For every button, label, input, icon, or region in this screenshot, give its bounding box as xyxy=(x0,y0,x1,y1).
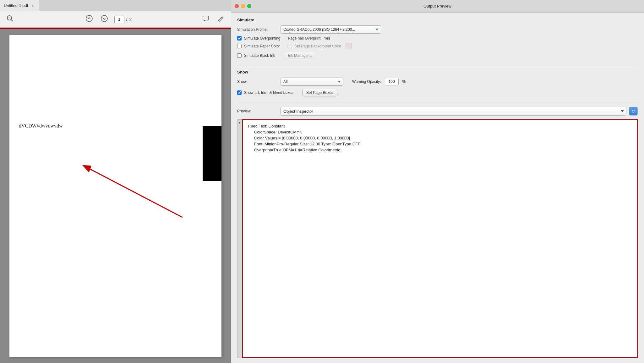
page-number-input[interactable] xyxy=(114,16,124,23)
annotation-arrow xyxy=(9,35,221,357)
simulate-overprinting-row: Simulate Overprinting Page has Overprint… xyxy=(237,36,638,41)
pen-button[interactable] xyxy=(216,14,226,24)
pdf-page: dVCDWvdwvdwvdw xyxy=(9,35,221,357)
comment-icon xyxy=(202,15,210,24)
simulate-black-ink-checkbox[interactable] xyxy=(237,53,242,58)
preview-row: Preview: Object Inspector xyxy=(237,107,638,116)
pdf-viewer: Untitled-1.pdf × xyxy=(0,0,231,363)
tab-close-button[interactable]: × xyxy=(30,3,35,8)
zoom-icon xyxy=(7,15,14,24)
ink-manager-button: Ink Manager... xyxy=(284,52,316,59)
simulate-paper-color-label: Simulate Paper Color xyxy=(244,44,280,48)
inspector-line-4: Font: MinionPro-Regular Size: 12.00 Type… xyxy=(248,142,632,146)
maximize-window-button[interactable] xyxy=(247,4,251,8)
preview-select-wrapper: Object Inspector xyxy=(281,107,626,116)
page-separator: / xyxy=(126,17,128,22)
set-page-boxes-button[interactable]: Set Page Boxes xyxy=(302,89,337,96)
simulate-overprinting-label: Simulate Overprinting xyxy=(244,36,280,41)
pdf-content: dVCDWvdwvdwvdw xyxy=(0,29,231,363)
svg-point-3 xyxy=(86,15,92,22)
inspector-area: ▼ Filled Text: Constant ColorSpace: Devi… xyxy=(237,119,638,358)
inspector-line-2: ColorSpace: DeviceCMYK xyxy=(248,130,632,134)
zoom-button[interactable] xyxy=(5,14,15,24)
minimize-window-button[interactable] xyxy=(241,4,245,8)
panel-title: Output Preview xyxy=(423,4,451,8)
svg-rect-5 xyxy=(203,16,209,20)
set-page-bg-color-checkbox xyxy=(287,44,292,48)
svg-line-6 xyxy=(221,18,222,19)
simulate-overprinting-checkbox[interactable] xyxy=(237,36,242,41)
simulate-black-ink-label: Simulate Black Ink xyxy=(244,53,275,58)
show-dropdown-row: Show: All Warning Opacity: % xyxy=(237,78,638,86)
show-art-trim-checkbox[interactable] xyxy=(237,90,242,95)
preview-label: Preview: xyxy=(237,109,278,113)
inspector-panel: Filled Text: Constant ColorSpace: Device… xyxy=(242,119,638,358)
warning-opacity-input[interactable] xyxy=(385,78,399,85)
svg-line-8 xyxy=(90,169,183,218)
show-section-label: Show xyxy=(237,70,638,74)
warning-opacity-label: Warning Opacity: xyxy=(352,79,381,84)
simulate-section-label: Simulate xyxy=(237,18,638,22)
panel-content: Simulate Simulation Profile: Coated GRAC… xyxy=(231,13,644,363)
separator-1 xyxy=(237,66,638,66)
simulate-paper-color-checkbox[interactable] xyxy=(237,44,242,48)
tab-label: Untitled-1.pdf xyxy=(4,3,28,8)
tab-bar: Untitled-1.pdf × xyxy=(0,0,231,11)
show-select[interactable]: All xyxy=(281,78,343,86)
panel-titlebar: Output Preview xyxy=(231,0,644,13)
comment-button[interactable] xyxy=(201,14,211,24)
show-art-trim-label: Show art, trim, & bleed boxes xyxy=(244,90,293,95)
inspector-line-1: Filled Text: Constant xyxy=(248,124,632,128)
simulate-paper-color-row: Simulate Paper Color Set Page Background… xyxy=(237,43,638,49)
prev-page-button[interactable] xyxy=(84,14,94,24)
window-controls xyxy=(235,4,251,8)
separator-2 xyxy=(237,103,638,103)
preview-stepper-button[interactable] xyxy=(629,107,638,116)
svg-line-1 xyxy=(11,20,13,22)
simulation-profile-select-wrapper: Coated GRACoL 2006 (ISO 12647-2:200... xyxy=(281,25,381,34)
next-page-button[interactable] xyxy=(99,14,109,24)
pdf-tab[interactable]: Untitled-1.pdf × xyxy=(0,0,39,11)
inspector-line-3: Color Values = [0.00000, 0.00000, 0.0000… xyxy=(248,136,632,140)
page-has-overprint-value: Yes xyxy=(324,36,330,41)
down-arrow-icon xyxy=(101,15,108,24)
page-total: 2 xyxy=(129,17,132,22)
inspector-line-5: Overprint=True OPM=1 ri=Relative Colorim… xyxy=(248,148,632,152)
output-preview-panel: Output Preview Simulate Simulation Profi… xyxy=(231,0,644,363)
black-rect xyxy=(203,126,221,181)
pdf-text-content: dVCDWvdwvdwvdw xyxy=(19,123,63,129)
page-navigation: / 2 xyxy=(114,16,132,23)
up-arrow-icon xyxy=(85,15,93,24)
simulate-black-ink-row: Simulate Black Ink Ink Manager... xyxy=(237,52,638,59)
pdf-toolbar: / 2 xyxy=(0,11,231,28)
show-dropdown-label: Show: xyxy=(237,79,278,84)
close-window-button[interactable] xyxy=(235,4,239,8)
show-art-trim-row: Show art, trim, & bleed boxes Set Page B… xyxy=(237,89,638,96)
color-swatch[interactable] xyxy=(346,43,352,49)
simulation-profile-label: Simulation Profile: xyxy=(237,27,278,32)
pen-icon xyxy=(217,15,224,24)
set-page-bg-color-label: Set Page Background Color xyxy=(294,44,341,48)
show-select-wrapper: All xyxy=(281,78,343,86)
simulation-profile-row: Simulation Profile: Coated GRACoL 2006 (… xyxy=(237,25,638,34)
inspector-collapse-button[interactable]: ▼ xyxy=(237,119,242,358)
preview-select[interactable]: Object Inspector xyxy=(281,107,626,116)
percent-label: % xyxy=(402,79,406,84)
simulation-profile-select[interactable]: Coated GRACoL 2006 (ISO 12647-2:200... xyxy=(281,25,381,34)
svg-point-4 xyxy=(101,15,107,22)
page-has-overprint-label: Page has Overprint: xyxy=(288,36,321,41)
